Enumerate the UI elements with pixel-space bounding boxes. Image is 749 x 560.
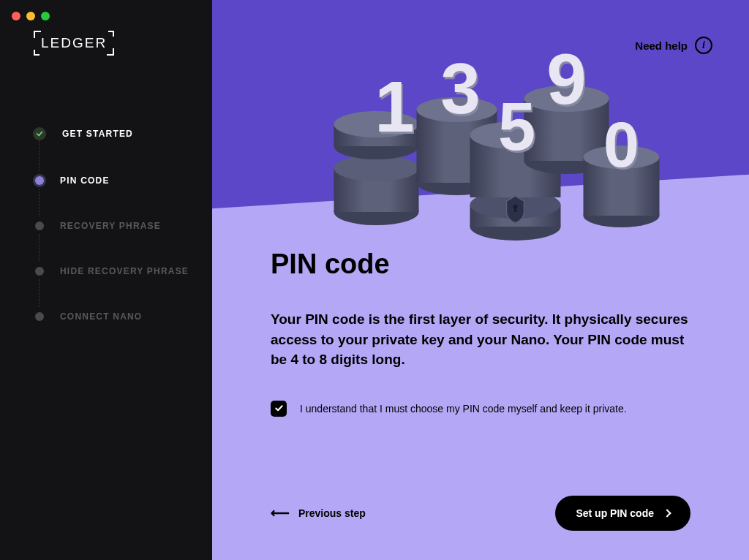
help-button[interactable]: Need help i bbox=[635, 37, 712, 54]
next-label: Set up PIN code bbox=[576, 507, 654, 519]
sidebar: LEDGER GET STARTED PIN CODE RECOVERY PHR bbox=[0, 0, 212, 560]
step-label: GET STARTED bbox=[62, 129, 133, 139]
app-container: LEDGER GET STARTED PIN CODE RECOVERY PHR bbox=[0, 0, 749, 560]
step-connect-nano[interactable]: CONNECT NANO bbox=[35, 311, 212, 357]
pin-illustration: 1 3 5 9 0 bbox=[333, 37, 662, 241]
consent-label: I understand that I must choose my PIN c… bbox=[300, 403, 627, 415]
step-get-started[interactable]: GET STARTED bbox=[35, 127, 212, 175]
step-label: CONNECT NANO bbox=[60, 311, 142, 322]
logo-text: LEDGER bbox=[35, 32, 113, 54]
step-recovery-phrase[interactable]: RECOVERY PHRASE bbox=[35, 221, 212, 266]
step-label: RECOVERY PHRASE bbox=[60, 221, 161, 231]
digit-5: 5 bbox=[498, 89, 535, 164]
window-minimize-button[interactable] bbox=[26, 12, 35, 20]
step-label: HIDE RECOVERY PHRASE bbox=[60, 266, 189, 276]
window-maximize-button[interactable] bbox=[41, 12, 50, 20]
digit-9: 9 bbox=[546, 39, 587, 119]
setup-pin-button[interactable]: Set up PIN code bbox=[555, 496, 690, 531]
digit-0: 0 bbox=[603, 108, 639, 181]
content-area: PIN code Your PIN code is the first laye… bbox=[271, 249, 690, 417]
footer-nav: ⟵ Previous step Set up PIN code bbox=[271, 496, 690, 531]
arrow-left-icon: ⟵ bbox=[271, 505, 290, 521]
logo: LEDGER bbox=[35, 32, 212, 54]
steps-nav: GET STARTED PIN CODE RECOVERY PHRASE HID… bbox=[35, 127, 212, 357]
digit-3: 3 bbox=[440, 48, 481, 129]
page-description: Your PIN code is the first layer of secu… bbox=[271, 309, 690, 370]
step-pin-code[interactable]: PIN CODE bbox=[35, 175, 212, 221]
chevron-right-icon bbox=[663, 509, 671, 517]
step-dot-icon bbox=[35, 312, 44, 321]
step-dot-icon bbox=[35, 222, 44, 230]
main-content: Need help i bbox=[212, 0, 749, 560]
step-label: PIN CODE bbox=[60, 175, 110, 186]
digit-1: 1 bbox=[374, 67, 415, 147]
consent-checkbox-row: I understand that I must choose my PIN c… bbox=[271, 401, 690, 417]
previous-label: Previous step bbox=[298, 507, 366, 519]
window-close-button[interactable] bbox=[12, 12, 20, 20]
consent-checkbox[interactable] bbox=[271, 401, 287, 417]
step-dot-icon bbox=[35, 267, 44, 276]
check-icon bbox=[274, 404, 284, 413]
page-title: PIN code bbox=[271, 249, 690, 280]
window-controls bbox=[12, 12, 50, 20]
info-icon: i bbox=[695, 37, 712, 54]
step-dot-icon bbox=[35, 176, 44, 185]
previous-step-button[interactable]: ⟵ Previous step bbox=[271, 505, 366, 521]
check-icon bbox=[33, 127, 46, 140]
svg-rect-15 bbox=[514, 207, 516, 212]
step-hide-recovery-phrase[interactable]: HIDE RECOVERY PHRASE bbox=[35, 266, 212, 311]
help-label: Need help bbox=[635, 39, 688, 52]
